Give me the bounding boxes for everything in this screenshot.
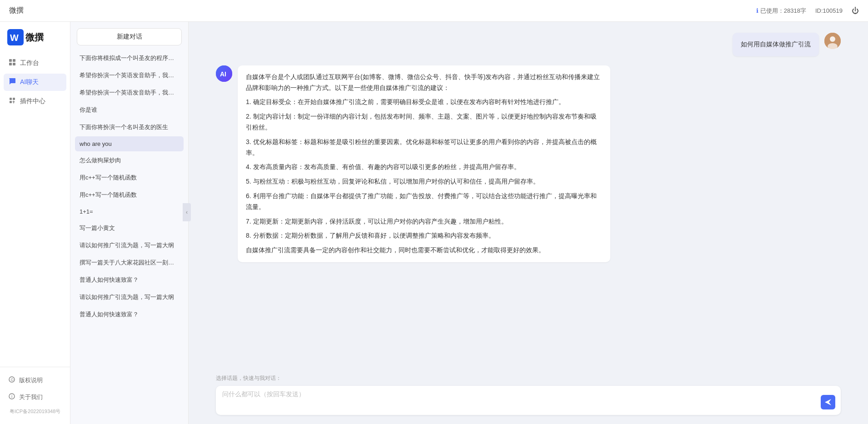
- ai-para-8: 8. 分析数据：定期分析数据，了解用户反馈和喜好，以便调整推广策略和内容发布频率…: [246, 230, 602, 241]
- sidebar-bottom: © 版权说明 i 关于我们 粤ICP备2022019348号: [0, 367, 70, 424]
- ai-para-4: 4. 发布高质量内容：发布高质量、有价值、有趣的内容可以吸引更多的粉丝，并提高用…: [246, 162, 602, 173]
- logo-text: 微撰: [25, 31, 44, 44]
- ai-bubble: 自媒体平台是个人或团队通过互联网平台(如博客、微博、微信公众号、抖音、快手等)发…: [238, 65, 610, 262]
- copyright-icon: ©: [8, 376, 15, 384]
- conv-item-active[interactable]: who are you: [75, 136, 184, 151]
- svg-text:©: ©: [11, 378, 14, 382]
- conv-item[interactable]: 1+1=: [75, 204, 184, 219]
- ai-para-9: 自媒体推广引流需要具备一定的内容创作和社交能力，同时也需要不断尝试和优化，才能取…: [246, 245, 602, 256]
- conv-item[interactable]: 撰写一篇关于八大家花园社区一刻钟便民生...: [75, 254, 184, 271]
- user-avatar: [824, 33, 841, 49]
- copyright-label: 版权说明: [19, 376, 43, 384]
- new-chat-button[interactable]: 新建对话: [77, 28, 182, 45]
- conv-item[interactable]: 请以如何推广引流为题，写一篇大纲: [75, 237, 184, 254]
- nav-items: 工作台 AI聊天 插件中心: [0, 55, 70, 367]
- ai-para-6: 6. 利用平台推广功能：自媒体平台都提供了推广功能，如广告投放、付费推广等，可以…: [246, 191, 602, 213]
- conv-item[interactable]: 写一篇小黄文: [75, 220, 184, 236]
- user-message-text: 如何用自媒体做推广引流: [741, 40, 811, 48]
- ai-para-0: 自媒体平台是个人或团队通过互联网平台(如博客、微博、微信公众号、抖音、快手等)发…: [246, 72, 602, 94]
- quick-topics-label: 选择话题，快速与我对话：: [216, 374, 841, 382]
- usage-text: 已使用：28318字: [760, 7, 806, 15]
- topbar: 微撰 ℹ 已使用：28318字 ID:100519 ⏻: [0, 0, 868, 22]
- copyright-item[interactable]: © 版权说明: [4, 373, 66, 388]
- sidebar-item-plugin-label: 插件中心: [20, 97, 45, 105]
- svg-rect-4: [9, 63, 12, 65]
- conv-panel: 新建对话 下面你将模拟成一个叫圣友的程序员，我说... 希望你扮演一个英语发音助…: [70, 22, 189, 424]
- about-item[interactable]: i 关于我们: [4, 389, 66, 404]
- conv-item[interactable]: 用c++写一个随机函数: [75, 170, 184, 186]
- usage-icon: ℹ: [756, 7, 758, 14]
- chat-input[interactable]: [222, 390, 818, 409]
- about-icon: i: [8, 393, 15, 401]
- sidebar-item-workbench[interactable]: 工作台: [4, 55, 66, 72]
- power-icon[interactable]: ⏻: [852, 7, 859, 15]
- input-area: 选择话题，快速与我对话：: [189, 370, 868, 424]
- conv-item[interactable]: 用c++写一个随机函数: [75, 187, 184, 203]
- conv-item[interactable]: 下面你将模拟成一个叫圣友的程序员，我说...: [75, 50, 184, 66]
- chat-area: 如何用自媒体做推广引流 AI 自媒体平台是个人或团队通过互联网平台(如博客、微博…: [189, 22, 868, 424]
- topbar-right: ℹ 已使用：28318字 ID:100519 ⏻: [756, 7, 859, 15]
- conv-item[interactable]: 普通人如何快速致富？: [75, 272, 184, 288]
- collapse-button[interactable]: ‹: [183, 203, 191, 221]
- conv-item[interactable]: 请以如何推广引流为题，写一篇大纲: [75, 289, 184, 305]
- logo-area: W 微撰: [0, 29, 70, 55]
- sidebar-item-ai-chat[interactable]: AI聊天: [4, 74, 66, 91]
- conv-list: 下面你将模拟成一个叫圣友的程序员，我说... 希望你扮演一个英语发音助手，我提供…: [70, 50, 188, 424]
- svg-rect-7: [13, 98, 15, 100]
- usage-info: ℹ 已使用：28318字: [756, 7, 806, 15]
- conv-item[interactable]: 下面你将扮演一个名叫圣友的医生: [75, 119, 184, 135]
- ai-para-7: 7. 定期更新：定期更新内容，保持活跃度，可以让用户对你的内容产生兴趣，增加用户…: [246, 216, 602, 227]
- send-button[interactable]: [821, 395, 835, 409]
- ai-para-3: 3. 优化标题和标签：标题和标签是吸引粉丝的重要因素。优化标题和标签可以让更多的…: [246, 137, 602, 159]
- svg-rect-8: [10, 101, 12, 103]
- svg-text:W: W: [10, 33, 19, 43]
- ai-chat-icon: [8, 77, 16, 87]
- svg-rect-6: [10, 98, 12, 100]
- conv-item[interactable]: 普通人如何快速致富？: [75, 306, 184, 323]
- ai-message-row: AI 自媒体平台是个人或团队通过互联网平台(如博客、微博、微信公众号、抖音、快手…: [216, 65, 841, 262]
- id-info: ID:100519: [815, 7, 843, 14]
- sidebar-item-workbench-label: 工作台: [20, 59, 39, 67]
- conv-item[interactable]: 你是谁: [75, 102, 184, 118]
- ai-para-5: 5. 与粉丝互动：积极与粉丝互动，回复评论和私信，可以增加用户对你的认可和信任，…: [246, 176, 602, 187]
- svg-text:AI: AI: [220, 70, 226, 78]
- logo-icon: W: [7, 29, 24, 45]
- user-bubble: 如何用自媒体做推广引流: [733, 33, 819, 56]
- svg-rect-3: [13, 59, 15, 62]
- sidebar-item-plugin[interactable]: 插件中心: [4, 93, 66, 110]
- ai-para-1: 1. 确定目标受众：在开始自媒体推广引流之前，需要明确目标受众是谁，以便在发布内…: [246, 97, 602, 108]
- topbar-title: 微撰: [9, 6, 24, 15]
- conv-item[interactable]: 希望你扮演一个英语发音助手，我提供给你...: [75, 67, 184, 84]
- svg-text:i: i: [11, 394, 12, 399]
- workbench-icon: [8, 58, 16, 68]
- conv-item[interactable]: 希望你扮演一个英语发音助手，我提供给你...: [75, 85, 184, 101]
- main-layout: W 微撰 工作台 AI聊天 插件中心: [0, 22, 868, 424]
- sidebar: W 微撰 工作台 AI聊天 插件中心: [0, 22, 70, 424]
- sidebar-item-ai-chat-label: AI聊天: [20, 78, 39, 86]
- icp-text: 粤ICP备2022019348号: [4, 406, 66, 419]
- plugin-icon: [8, 96, 16, 106]
- svg-point-14: [830, 36, 835, 42]
- ai-para-2: 2. 制定内容计划：制定一份详细的内容计划，包括发布时间、频率、主题、文案、图片…: [246, 111, 602, 133]
- conv-item[interactable]: 怎么做狗屎炒肉: [75, 152, 184, 169]
- ai-avatar: AI: [216, 65, 232, 82]
- input-box: [216, 386, 841, 415]
- chat-messages: 如何用自媒体做推广引流 AI 自媒体平台是个人或团队通过互联网平台(如博客、微博…: [189, 22, 868, 370]
- svg-rect-2: [9, 59, 12, 62]
- about-label: 关于我们: [19, 393, 43, 401]
- svg-rect-5: [13, 63, 15, 65]
- user-message-row: 如何用自媒体做推广引流: [216, 33, 841, 56]
